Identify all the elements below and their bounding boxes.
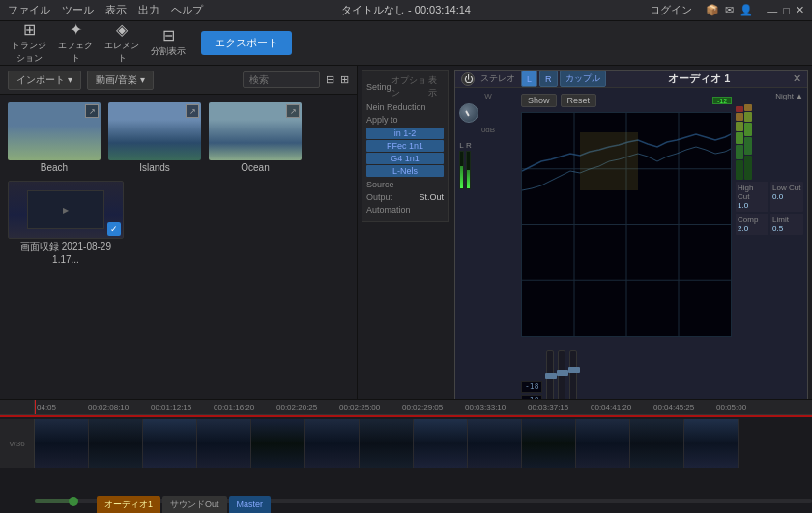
audio-tab-2[interactable]: サウンドOut (162, 496, 227, 513)
ch-left-btn[interactable]: L (521, 71, 537, 87)
level-display-left: -18 (521, 381, 542, 393)
filter-icon[interactable]: ⊟ (326, 73, 334, 86)
frame-2 (89, 419, 143, 468)
output-val: St.Out (419, 192, 444, 202)
ch-right-btn[interactable]: R (539, 71, 558, 87)
media-item-ocean[interactable]: ↗ Ocean (209, 102, 302, 173)
controls-row: Show Reset -12 (521, 92, 732, 109)
media-label-screen: 画面収録 2021-08-29 1.17... (8, 241, 124, 265)
param-name-3: Limit (772, 215, 801, 224)
param-val-1: 0.0 (772, 192, 801, 201)
right-label: Night ▲ (736, 92, 803, 100)
reset-button[interactable]: Reset (561, 94, 597, 107)
ruler-marks: 04:05 00:02:08:10 00:01:12:15 00:01:16:2… (35, 400, 812, 414)
apply-option-3[interactable]: G4 1n1 (366, 153, 444, 164)
right-indicators: Night ▲ (736, 92, 803, 235)
window-controls: ログイン 📦 ✉ 👤 — □ ✕ (650, 3, 804, 17)
plugin-content: W 0dB L (455, 88, 807, 412)
ruler-mark-8: 00:03:37:15 (528, 403, 568, 412)
filter-button[interactable]: 動画/音楽 ▾ (87, 71, 154, 90)
display-label: 表示 (428, 74, 444, 100)
knob-value: 0dB (459, 126, 517, 134)
apply-option-4[interactable]: L-Nels (366, 165, 444, 177)
param-val-2: 2.0 (738, 224, 767, 233)
transition-icon: ⊞ (23, 22, 36, 38)
automation-label: Automation (366, 205, 411, 214)
audio-plugin-area: Seting オプション 表示 Nein Reduction Apply to … (358, 66, 812, 434)
menu-help[interactable]: ヘルプ (171, 3, 203, 17)
ruler-mark-4: 00:02:20:25 (276, 403, 317, 412)
title-bar: ファイル ツール 表示 出力 ヘルプ タイトルなし - 00:03:14:14 … (0, 0, 812, 21)
param-knobs: High Cut 1.0 Low Cut 0.0 Comp (736, 182, 803, 235)
transition-btn[interactable]: ⊞ トランジション (8, 25, 50, 62)
audio-tab-1[interactable]: オーディオ1 (97, 496, 160, 513)
param-name-2: Comp (738, 215, 767, 224)
param-val-0: 1.0 (738, 201, 767, 210)
reduction-val: -12 (717, 98, 727, 104)
video-track: V/36 (0, 419, 812, 468)
media-item-screen[interactable]: ▶ ✓ 画面収録 2021-08-29 1.17... (8, 181, 124, 265)
frame-13 (684, 419, 739, 468)
progress-thumb[interactable] (69, 497, 78, 506)
right-meter-label: R (466, 141, 472, 150)
plugin-title: オーディオ 1 (668, 71, 730, 86)
menu-file[interactable]: ファイル (8, 3, 50, 17)
spectrum-display (521, 112, 732, 337)
show-button[interactable]: Show (521, 94, 557, 107)
filter-chevron-icon: ▾ (140, 74, 145, 85)
menu-output[interactable]: 出力 (138, 3, 160, 17)
plugin-power-btn[interactable]: ⏻ (461, 72, 475, 86)
media-item-beach[interactable]: ↗ Beach (8, 102, 101, 173)
filmstrip (35, 419, 812, 468)
ruler-mark-1: 00:02:08:10 (88, 403, 129, 412)
chevron-down-icon: ▾ (68, 74, 72, 85)
element-btn[interactable]: ◈ エレメント (101, 25, 143, 62)
plugin-close-btn[interactable]: ✕ (793, 72, 801, 85)
search-input[interactable] (243, 71, 320, 88)
frame-9 (468, 419, 522, 468)
channel-selector: L R カップル (521, 71, 606, 87)
plugin-left-col: W 0dB L (459, 92, 517, 408)
vu-meters: L R (459, 141, 517, 189)
param-val-3: 0.5 (772, 224, 801, 233)
main-knob[interactable] (459, 103, 478, 123)
split-btn[interactable]: ⊟ 分割表示 (147, 25, 189, 62)
apply-option-2[interactable]: FFec 1n1 (366, 140, 444, 152)
media-label-beach: Beach (8, 162, 101, 173)
menu-bar: ファイル ツール 表示 出力 ヘルプ (8, 3, 203, 17)
setting-label: Seting (366, 82, 392, 92)
frame-10 (522, 419, 576, 468)
effect-btn[interactable]: ✦ エフェクト (54, 25, 97, 62)
ruler-mark-9: 00:04:41:20 (591, 403, 631, 412)
frame-1 (35, 419, 89, 468)
audio-tab-3[interactable]: Master (229, 496, 272, 513)
menu-tools[interactable]: ツール (62, 3, 94, 17)
import-button[interactable]: インポート ▾ (8, 71, 81, 90)
fader-section: -18 -18 (521, 340, 732, 408)
login-label[interactable]: ログイン (650, 3, 692, 17)
ruler-mark-5: 00:02:25:00 (339, 403, 380, 412)
options-label: オプション (392, 74, 429, 100)
eq-label: W (459, 92, 517, 100)
media-label-islands: Islands (108, 162, 201, 173)
effect-icon: ✦ (70, 22, 82, 38)
frame-3 (143, 419, 197, 468)
audio-settings-panel: Seting オプション 表示 Nein Reduction Apply to … (362, 70, 449, 222)
secondary-toolbar: インポート ▾ 動画/音楽 ▾ ⊟ ⊞ (0, 66, 357, 95)
left-meter-label: L (459, 141, 463, 150)
export-button[interactable]: エクスポート (201, 31, 292, 55)
ruler-corner (0, 400, 35, 414)
audio-tab-bar: オーディオ1 サウンドOut Master (97, 496, 271, 513)
menu-view[interactable]: 表示 (105, 3, 127, 17)
corner-indicator: ↗ (85, 104, 99, 118)
timeline-red-bar (0, 415, 812, 417)
ruler-mark-0: 04:05 (37, 403, 56, 412)
main-toolbar: ⊞ トランジション ✦ エフェクト ◈ エレメント ⊟ 分割表示 エクスポート (0, 21, 812, 66)
ch-couple-btn[interactable]: カップル (560, 71, 606, 87)
frame-7 (360, 419, 414, 468)
apply-option-1[interactable]: in 1-2 (366, 128, 444, 139)
media-item-islands[interactable]: ↗ Islands (108, 102, 201, 173)
grid-view-icon[interactable]: ⊞ (340, 73, 349, 86)
channel-label: ステレオ (480, 72, 515, 85)
ruler-mark-10: 00:04:45:25 (653, 403, 694, 412)
